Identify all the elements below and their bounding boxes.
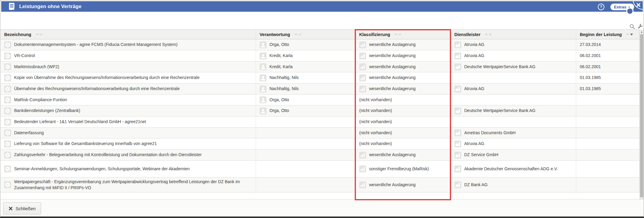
column-header-klass[interactable]: Klassifizierung	[356, 30, 451, 39]
vertical-scrollbar[interactable]: ▲	[639, 30, 644, 199]
close-dialog-label: Schließen	[16, 206, 36, 211]
cell-dienstleister: Atruvia AG	[451, 39, 576, 50]
cell-beginn-der-leistung	[576, 161, 639, 177]
cell-text: Seminar-Anmeldungen, Schulungsanwendunge…	[14, 166, 190, 172]
cell-verantwortung: Kredit, Karla	[256, 62, 356, 72]
cell-text: Lieferung von Software für die Gesamtban…	[14, 141, 157, 147]
cell-beginn-der-leistung	[576, 105, 639, 116]
cell-bezeichnung: Wertpapiergeschäft - Ergänzungsvereinbar…	[1, 177, 256, 192]
column-header-begin[interactable]: Beginn der Leistung	[576, 30, 639, 39]
cell-beginn-der-leistung: 01.03.1985	[576, 72, 639, 83]
cell-klassifizierung: sonstiger Fremdbezug (MaRisk)	[356, 161, 451, 177]
person-icon	[260, 74, 266, 81]
cell-text: Orga, Otto	[269, 42, 289, 48]
table-row[interactable]: Übernahme des Rechnungswesens/Informatio…	[1, 83, 639, 95]
cell-text: wesentliche Auslagerung	[369, 75, 416, 81]
cell-text: Datenerfassung	[14, 130, 44, 136]
cell-text: 01.03.1985	[580, 75, 601, 81]
partial-circle-button[interactable]	[626, 8, 633, 15]
company-icon	[454, 129, 461, 136]
sort-arrows-icon[interactable]	[485, 33, 492, 35]
bar-chart-icon	[359, 86, 366, 92]
search-icon[interactable]	[629, 24, 635, 29]
column-header-name[interactable]: Bezeichnung	[1, 30, 256, 39]
column-header-provider[interactable]: Dienstleister	[451, 30, 576, 39]
company-icon	[454, 53, 461, 59]
cell-bezeichnung: Dokumentenmanagementsystem - agree FCMS …	[1, 39, 256, 50]
cell-dienstleister: Atruvia AG	[451, 83, 576, 94]
cell-verantwortung	[256, 150, 356, 160]
cell-text: Bankdienstleistungen (Zentralbank)	[14, 108, 80, 114]
bar-chart-icon	[359, 63, 366, 70]
bar-chart-icon	[359, 181, 366, 188]
table-row[interactable]: VR-ControlKredit, Karlawesentliche Ausla…	[1, 50, 639, 62]
table-row[interactable]: Wertpapiergeschäft - Ergänzungsvereinbar…	[1, 177, 639, 192]
cell-klassifizierung: (nicht vorhanden)	[356, 117, 451, 127]
table-row[interactable]: Lieferung von Software für die Gesamtban…	[1, 138, 639, 150]
sort-arrows-icon[interactable]	[294, 33, 302, 35]
cell-text: wesentliche Auslagerung	[369, 152, 416, 158]
table-row[interactable]: Bankdienstleistungen (Zentralbank)Orga, …	[1, 105, 639, 117]
column-header-label: Bezeichnung	[4, 32, 31, 37]
scroll-up-arrow-icon[interactable]: ▲	[640, 31, 643, 33]
sort-arrows-icon[interactable]	[394, 33, 402, 35]
cell-verantwortung: Kredit, Karla	[256, 50, 356, 61]
cell-text: Wertpapiergeschäft - Ergänzungsvereinbar…	[14, 179, 252, 191]
cell-dienstleister: Atruvia AG	[451, 138, 576, 149]
table-row[interactable]: Bedeutender Lieferant - 1&1 Versatel Deu…	[1, 117, 639, 128]
cell-text: Deutsche WertpapierService Bank AG	[464, 108, 535, 114]
cell-dienstleister	[451, 117, 576, 127]
company-icon	[454, 41, 461, 48]
cell-bezeichnung: Kopie von Übernahme des Rechnungswesens/…	[1, 72, 256, 83]
company-icon	[454, 141, 461, 147]
person-icon	[260, 107, 266, 114]
cell-bezeichnung: Bedeutender Lieferant - 1&1 Versatel Deu…	[1, 117, 256, 127]
company-icon	[454, 152, 461, 159]
sort-arrows-icon[interactable]	[35, 33, 43, 35]
table-row[interactable]: Kopie von Übernahme des Rechnungswesens/…	[1, 72, 639, 83]
cell-text: Orga, Otto	[269, 97, 289, 103]
table-row[interactable]: MaRisk-Compliance-FuntionOrga, Otto(nich…	[1, 95, 639, 105]
cell-verantwortung: Nachhaltig, Nils	[256, 83, 356, 94]
dialog-window: Leistungen ohne Verträge ? Extras ▼ Beze…	[0, 0, 644, 218]
cell-klassifizierung: (nicht vorhanden)	[356, 105, 451, 116]
table-row[interactable]: Marktmissbrauch (WP2)Kredit, Karlawesent…	[1, 62, 639, 72]
column-header-resp[interactable]: Verantwortung	[256, 30, 356, 39]
cell-verantwortung: Orga, Otto	[256, 95, 356, 105]
cell-text: wesentliche Auslagerung	[369, 42, 416, 48]
cell-klassifizierung: wesentliche Auslagerung	[356, 39, 451, 50]
close-dialog-button[interactable]: Schließen	[3, 202, 41, 214]
scrollbar-thumb[interactable]	[640, 34, 643, 197]
table-row[interactable]: Dokumentenmanagementsystem - agree FCMS …	[1, 39, 639, 50]
cell-bezeichnung: Datenerfassung	[1, 128, 256, 138]
cell-text: (nicht vorhanden)	[359, 141, 392, 147]
sort-arrows-icon[interactable]	[626, 33, 633, 36]
company-icon	[454, 107, 461, 114]
company-icon	[454, 63, 461, 70]
cell-dienstleister	[451, 95, 576, 105]
cell-bezeichnung: Zahlungsverkehr - Belegverarbeitung mit …	[1, 150, 256, 160]
cell-verantwortung	[256, 138, 356, 149]
cell-klassifizierung: (nicht vorhanden)	[356, 128, 451, 138]
bar-chart-icon	[359, 152, 366, 159]
cell-bezeichnung: Seminar-Anmeldungen, Schulungsanwendunge…	[1, 161, 256, 177]
cell-bezeichnung: Bankdienstleistungen (Zentralbank)	[1, 105, 256, 116]
cell-klassifizierung: wesentliche Auslagerung	[356, 72, 451, 83]
table-row[interactable]: Datenerfassung(nicht vorhanden)Ametras D…	[1, 128, 639, 138]
cell-text: 01.03.1985	[580, 86, 601, 92]
person-icon	[260, 53, 266, 59]
cell-beginn-der-leistung	[576, 150, 639, 160]
gear-icon	[4, 86, 11, 92]
cell-klassifizierung: (nicht vorhanden)	[356, 95, 451, 105]
cell-klassifizierung: wesentliche Auslagerung	[356, 150, 451, 160]
wrench-icon[interactable]	[637, 24, 643, 29]
cell-bezeichnung: VR-Control	[1, 50, 256, 61]
cell-verantwortung	[256, 117, 356, 127]
cell-beginn-der-leistung: 27.03.2014	[576, 39, 639, 50]
table-header-row: BezeichnungVerantwortungKlassifizierungD…	[1, 29, 639, 39]
help-button[interactable]: ?	[598, 4, 604, 10]
cell-text: Zahlungsverkehr - Belegverarbeitung mit …	[14, 152, 202, 158]
table-row[interactable]: Seminar-Anmeldungen, Schulungsanwendunge…	[1, 161, 639, 177]
table-row[interactable]: Zahlungsverkehr - Belegverarbeitung mit …	[1, 150, 639, 161]
cell-text: Nachhaltig, Nils	[269, 75, 299, 81]
